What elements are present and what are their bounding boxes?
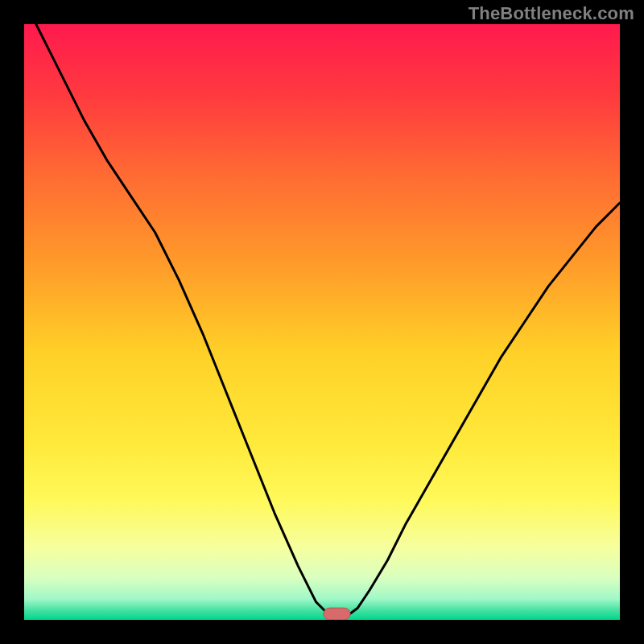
- watermark-text: TheBottleneck.com: [469, 3, 634, 24]
- plot-area: [24, 24, 620, 620]
- gradient-background: [24, 24, 620, 620]
- chart-frame: TheBottleneck.com: [0, 0, 644, 644]
- plot-svg: [24, 24, 620, 620]
- optimal-marker: [324, 608, 350, 620]
